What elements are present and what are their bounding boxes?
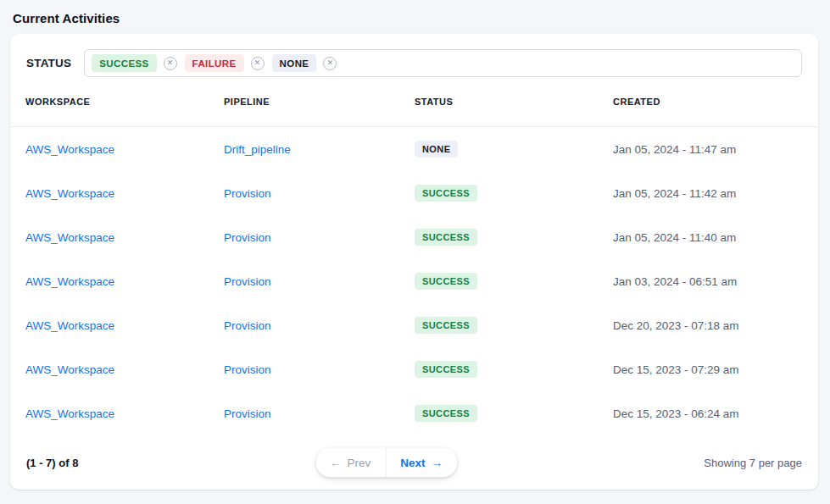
table-row: AWS_Workspace Provision SUCCESS Dec 15, … [10, 391, 818, 435]
table-header-row: WORKSPACE PIPELINE STATUS CREATED [10, 77, 818, 127]
created-timestamp: Jan 05, 2024 - 11:42 am [613, 187, 803, 200]
status-badge: SUCCESS [415, 317, 477, 334]
status-filter-tag: SUCCESS [92, 54, 156, 72]
pipeline-link[interactable]: Provision [224, 231, 271, 244]
status-filter-tag-group: FAILURE ✕ [185, 54, 265, 72]
workspace-link[interactable]: AWS_Workspace [25, 187, 114, 200]
status-filter-label: STATUS [26, 57, 71, 69]
pipeline-link[interactable]: Provision [224, 407, 271, 420]
status-badge: SUCCESS [415, 185, 477, 202]
pipeline-link[interactable]: Provision [224, 187, 271, 200]
pipeline-link[interactable]: Provision [224, 363, 271, 376]
created-timestamp: Dec 15, 2023 - 07:29 am [613, 363, 803, 376]
pipeline-link[interactable]: Drift_pipeline [224, 143, 291, 156]
status-filter-row: STATUS SUCCESS ✕ FAILURE ✕ NONE ✕ [10, 34, 818, 77]
created-timestamp: Dec 20, 2023 - 07:18 am [613, 319, 803, 332]
pager: ← Prev Next → [315, 448, 457, 478]
workspace-link[interactable]: AWS_Workspace [25, 231, 114, 244]
workspace-link[interactable]: AWS_Workspace [25, 407, 114, 420]
column-header: STATUS [415, 97, 613, 107]
status-filter-tag: NONE [272, 54, 317, 72]
next-button-label: Next [400, 457, 425, 469]
status-filter-tag: FAILURE [185, 54, 244, 72]
pagination-footer: (1 - 7) of 8 ← Prev Next → Showing 7 per… [10, 435, 818, 490]
remove-tag-icon[interactable]: ✕ [323, 57, 337, 70]
prev-page-button[interactable]: ← Prev [315, 448, 386, 478]
table-body: AWS_Workspace Drift_pipeline NONE Jan 05… [10, 127, 818, 435]
created-timestamp: Jan 05, 2024 - 11:47 am [613, 143, 803, 156]
arrow-right-icon: → [432, 457, 443, 469]
created-timestamp: Jan 05, 2024 - 11:40 am [613, 231, 803, 244]
column-header: CREATED [613, 97, 803, 107]
arrow-left-icon: ← [330, 457, 342, 469]
page-title: Current Activities [13, 11, 120, 25]
status-badge: NONE [415, 141, 458, 158]
column-header: PIPELINE [224, 97, 415, 107]
workspace-link[interactable]: AWS_Workspace [25, 363, 114, 376]
prev-button-label: Prev [347, 457, 370, 469]
table-row: AWS_Workspace Provision SUCCESS Jan 03, … [10, 259, 818, 303]
status-badge: SUCCESS [415, 229, 477, 246]
pipeline-link[interactable]: Provision [224, 275, 271, 288]
workspace-link[interactable]: AWS_Workspace [25, 319, 114, 332]
status-filter-tag-group: NONE ✕ [272, 54, 337, 72]
table-row: AWS_Workspace Provision SUCCESS Jan 05, … [10, 215, 818, 259]
activities-card: STATUS SUCCESS ✕ FAILURE ✕ NONE ✕ WORKSP… [10, 34, 818, 490]
status-badge: SUCCESS [415, 361, 477, 378]
pipeline-link[interactable]: Provision [224, 319, 271, 332]
next-page-button[interactable]: Next → [386, 448, 457, 478]
created-timestamp: Jan 03, 2024 - 06:51 am [613, 275, 803, 288]
workspace-link[interactable]: AWS_Workspace [25, 143, 114, 156]
remove-tag-icon[interactable]: ✕ [251, 57, 265, 70]
created-timestamp: Dec 15, 2023 - 06:24 am [613, 407, 803, 420]
table-row: AWS_Workspace Provision SUCCESS Jan 05, … [10, 171, 818, 215]
status-badge: SUCCESS [415, 405, 477, 422]
status-filter-tag-group: SUCCESS ✕ [92, 54, 176, 72]
results-range-text: (1 - 7) of 8 [26, 457, 78, 469]
remove-tag-icon[interactable]: ✕ [164, 57, 177, 70]
workspace-link[interactable]: AWS_Workspace [25, 275, 114, 288]
table-row: AWS_Workspace Provision SUCCESS Dec 20, … [10, 303, 818, 347]
status-badge: SUCCESS [415, 273, 477, 290]
table-row: AWS_Workspace Drift_pipeline NONE Jan 05… [10, 127, 818, 171]
column-header: WORKSPACE [25, 97, 224, 107]
table-row: AWS_Workspace Provision SUCCESS Dec 15, … [10, 347, 818, 391]
per-page-text: Showing 7 per page [704, 457, 802, 469]
status-filter-input[interactable]: SUCCESS ✕ FAILURE ✕ NONE ✕ [84, 49, 802, 77]
